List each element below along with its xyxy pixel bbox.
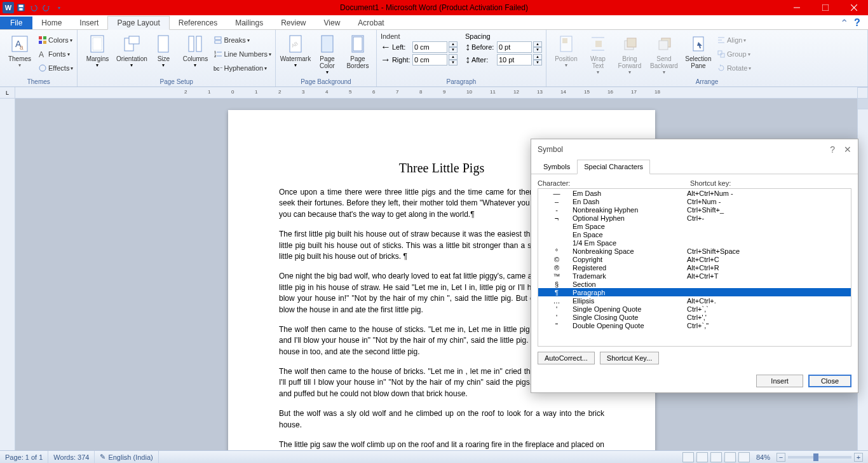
paragraph: But the wolf was a sly old wolf and he c… (279, 408, 604, 431)
view-draft[interactable] (738, 452, 750, 462)
themes-button[interactable]: Aa Themes ▾ (4, 31, 36, 68)
line-numbers-button[interactable]: 12Line Numbers ▾ (214, 48, 271, 60)
char-row-single-closing-quote[interactable]: 'Single Closing QuoteCtrl+',' (538, 313, 851, 321)
tab-review[interactable]: Review (272, 17, 315, 29)
spacing-after-icon: ↕ (465, 54, 470, 66)
group-button[interactable]: Group ▾ (717, 48, 751, 60)
spacing-before-input[interactable] (497, 41, 532, 53)
view-web-layout[interactable] (710, 452, 722, 462)
margins-button[interactable]: Margins▾ (81, 31, 113, 68)
zoom-percent[interactable]: 84% (756, 453, 770, 461)
spin-up[interactable]: ▲ (449, 41, 458, 47)
tab-mailings[interactable]: Mailings (226, 17, 272, 29)
rotate-button[interactable]: Rotate ▾ (717, 62, 751, 74)
save-icon[interactable] (15, 2, 27, 13)
char-row-em-space[interactable]: Em Space (538, 222, 851, 230)
ruler-toggle[interactable] (857, 87, 868, 99)
spin-down[interactable]: ▼ (449, 47, 458, 53)
vertical-scrollbar[interactable] (857, 99, 868, 450)
orientation-button[interactable]: Orientation▾ (116, 31, 147, 68)
page-borders-button[interactable]: Page Borders (343, 31, 372, 69)
zoom-out-button[interactable]: − (776, 453, 785, 462)
char-row-single-opening-quote[interactable]: 'Single Opening QuoteCtrl+`,` (538, 305, 851, 313)
spacing-label: Spacing (465, 32, 542, 40)
character-list[interactable]: —Em DashAlt+Ctrl+Num -–En DashCtrl+Num -… (538, 188, 851, 347)
tab-insert[interactable]: Insert (71, 17, 107, 29)
minimize-ribbon-icon[interactable]: ⌃ (840, 17, 850, 27)
view-print-layout[interactable] (682, 452, 694, 462)
tab-symbols[interactable]: Symbols (536, 160, 577, 174)
word-app-icon: W (3, 2, 14, 13)
page-color-button[interactable]: Page Color▾ (314, 31, 341, 75)
vertical-ruler[interactable] (0, 99, 15, 450)
colors-button[interactable]: Colors ▾ (38, 34, 73, 46)
help-icon[interactable]: ? (854, 17, 864, 27)
wrap-text-button[interactable]: Wrap Text▾ (585, 31, 611, 75)
fonts-button[interactable]: AFonts ▾ (38, 48, 73, 60)
close-button[interactable] (839, 0, 868, 15)
char-row-nonbreaking-hyphen[interactable]: -Nonbreaking HyphenCtrl+Shift+_ (538, 205, 851, 214)
char-row-en-space[interactable]: En Space (538, 230, 851, 238)
tab-special-characters[interactable]: Special Characters (577, 160, 650, 174)
send-backward-button[interactable]: Send Backward▾ (648, 31, 680, 75)
spacing-before-icon: ↕ (465, 41, 470, 53)
hyphenation-button[interactable]: bc⁻Hyphenation ▾ (214, 62, 271, 74)
redo-icon[interactable] (41, 2, 52, 13)
char-row-em-dash[interactable]: —Em DashAlt+Ctrl+Num - (538, 189, 851, 197)
char-row-ellipsis[interactable]: …EllipsisAlt+Ctrl+. (538, 296, 851, 305)
breaks-button[interactable]: Breaks ▾ (214, 34, 271, 46)
char-row-en-dash[interactable]: –En DashCtrl+Num - (538, 197, 851, 205)
spacing-after-input[interactable] (497, 54, 532, 66)
char-row-registered[interactable]: ®RegisteredAlt+Ctrl+R (538, 263, 851, 272)
dialog-close-icon[interactable]: ✕ (844, 144, 851, 155)
columns-button[interactable]: Columns▾ (179, 31, 211, 68)
tab-view[interactable]: View (315, 17, 349, 29)
char-row-paragraph[interactable]: ¶Paragraph (538, 288, 851, 296)
svg-rect-2 (19, 8, 22, 11)
scroll-up[interactable] (858, 99, 868, 109)
char-row-nonbreaking-space[interactable]: °Nonbreaking SpaceCtrl+Shift+Space (538, 247, 851, 255)
char-row-double-opening-quote[interactable]: "Double Opening QuoteCtrl+`," (538, 321, 851, 329)
svg-rect-13 (43, 41, 46, 44)
zoom-slider[interactable] (788, 456, 851, 459)
watermark-button[interactable]: ABWatermark▾ (280, 31, 311, 68)
tab-references[interactable]: References (170, 17, 226, 29)
minimize-button[interactable] (782, 0, 811, 15)
align-button[interactable]: Align ▾ (717, 34, 751, 46)
tab-selector[interactable]: L (0, 87, 15, 98)
insert-button[interactable]: Insert (756, 375, 803, 387)
view-full-screen[interactable] (696, 452, 708, 462)
indent-right-input[interactable] (412, 54, 447, 66)
char-row-optional-hyphen[interactable]: ¬Optional HyphenCtrl+- (538, 214, 851, 222)
char-row-1/4-em-space[interactable]: 1/4 Em Space (538, 238, 851, 247)
position-button[interactable]: Position▾ (550, 31, 582, 68)
close-button[interactable]: Close (808, 375, 851, 387)
size-button[interactable]: Size▾ (150, 31, 177, 68)
status-language[interactable]: ✎English (India) (95, 451, 158, 463)
view-outline[interactable] (724, 452, 736, 462)
tab-page-layout[interactable]: Page Layout (107, 16, 169, 30)
zoom-in-button[interactable]: + (854, 453, 863, 462)
tab-home[interactable]: Home (32, 17, 71, 29)
status-words[interactable]: Words: 374 (48, 451, 95, 463)
char-row-copyright[interactable]: ©CopyrightAlt+Ctrl+C (538, 255, 851, 263)
autocorrect-button[interactable]: AutoCorrect... (538, 352, 595, 364)
horizontal-ruler[interactable]: 210123456789101112131415161718 (15, 87, 868, 98)
svg-rect-48 (718, 51, 722, 55)
spellcheck-icon: ✎ (100, 453, 105, 461)
indent-left-input[interactable] (412, 41, 447, 53)
status-page[interactable]: Page: 1 of 1 (0, 451, 48, 463)
tab-acrobat[interactable]: Acrobat (349, 17, 393, 29)
maximize-button[interactable] (811, 0, 839, 15)
shortcut-key-button[interactable]: Shortcut Key... (600, 352, 659, 364)
char-row-trademark[interactable]: ™TrademarkAlt+Ctrl+T (538, 272, 851, 280)
svg-text:a: a (20, 44, 24, 51)
qat-customize-icon[interactable]: ▾ (53, 2, 65, 13)
dialog-help-icon[interactable]: ? (830, 144, 835, 155)
file-tab[interactable]: File (0, 17, 32, 29)
undo-icon[interactable] (28, 2, 39, 13)
effects-button[interactable]: Effects ▾ (38, 62, 73, 74)
char-row-section[interactable]: §Section (538, 280, 851, 288)
bring-forward-button[interactable]: Bring Forward▾ (614, 31, 646, 75)
selection-pane-button[interactable]: Selection Pane (682, 31, 714, 69)
